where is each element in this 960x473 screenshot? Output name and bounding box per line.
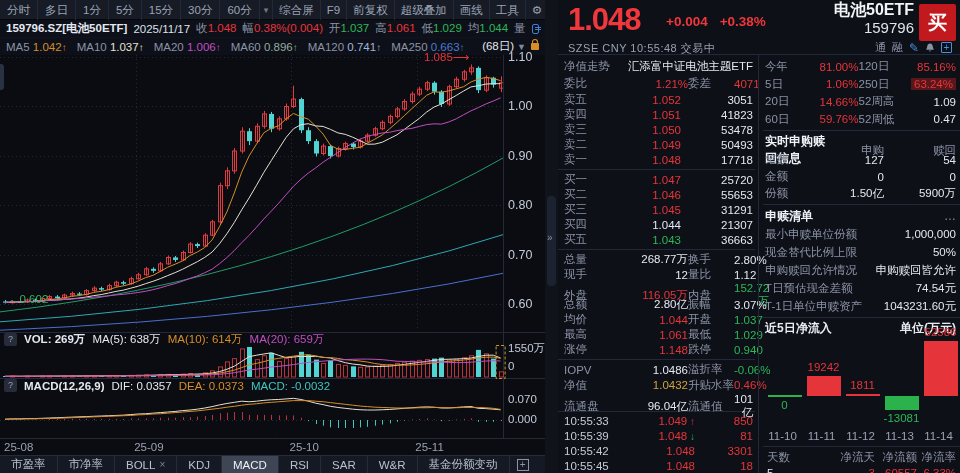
subscription-row: 份额1.50亿5900万: [763, 185, 960, 202]
arrow-left-icon: ←: [8, 293, 20, 305]
period-tab-1分[interactable]: 1分: [76, 0, 109, 20]
period-tab-多日[interactable]: 多日: [38, 0, 76, 20]
tick-row[interactable]: 10:55:391.048 ↓81: [558, 429, 755, 444]
range-label2: 120日: [859, 59, 911, 74]
unlock-icon[interactable]: [531, 43, 539, 50]
bid-label: 买四: [564, 217, 608, 232]
tick-row[interactable]: 10:55:421.0483301: [558, 444, 755, 459]
tab-市净率[interactable]: 市净率: [58, 456, 116, 473]
period-tab-5分[interactable]: 5分: [109, 0, 142, 20]
quote-info-bar: 159796.SZ[电池50ETF] 2025/11/17 收1.048 幅0.…: [0, 20, 545, 38]
ask-qty: 3051: [681, 94, 753, 106]
bid-qty: 36663: [681, 234, 753, 246]
bid-row[interactable]: 买四1.04421307: [558, 217, 755, 232]
tab-市盈率[interactable]: 市盈率: [0, 456, 58, 473]
add-watchlist-icon[interactable]: +: [941, 42, 952, 53]
candlestick-chart[interactable]: [0, 55, 545, 455]
ask-row[interactable]: 卖三1.05053478: [558, 122, 755, 137]
quote-panel: 1.048 +0.004+0.38% 电池50ETF 159796 买 SZSE…: [558, 0, 960, 473]
bid-row[interactable]: 买五1.04336663: [558, 232, 755, 247]
tool-综合屏[interactable]: 综合屏: [272, 0, 320, 20]
range-label: 5日: [765, 77, 813, 92]
stat-value: 268.77万: [608, 252, 688, 267]
edit-pencil-icon[interactable]: ✎: [909, 41, 919, 55]
help-question-icon[interactable]: ?: [4, 379, 17, 392]
price-change: +0.004+0.38%: [666, 14, 766, 29]
bid-row[interactable]: 买三1.04531291: [558, 202, 755, 217]
stat-row: 涨停1.148 跌停0.940: [558, 342, 755, 357]
flow-bar-label: 1811: [833, 379, 893, 391]
buy-button[interactable]: 买: [919, 4, 956, 41]
period-tab-30分[interactable]: 30分: [181, 0, 220, 20]
pcf-value: 1043231.60元: [884, 299, 956, 314]
ask-label: 卖四: [564, 107, 608, 122]
alert-bell-icon[interactable]: [925, 43, 935, 53]
panel-divider[interactable]: »: [545, 0, 558, 473]
ask-row[interactable]: 卖四1.05141823: [558, 107, 755, 122]
tab-SAR[interactable]: SAR: [321, 456, 368, 473]
pcf-label: 申购赎回允许情况: [765, 263, 857, 278]
price-tick-1.10: 1.10: [508, 50, 544, 64]
iopv-label2: 升贴水率: [688, 378, 734, 393]
ask-price: 1.049: [608, 139, 681, 151]
tick-row[interactable]: 10:55:451.04818: [558, 459, 755, 473]
add-indicator-button[interactable]: +: [510, 456, 536, 473]
tick-row[interactable]: 10:55:331.049 ↑850: [558, 414, 755, 429]
fund-info-column: 今年81.00%120日85.16%5日1.06%250日63.24%20日14…: [758, 55, 960, 473]
tick-time: 10:55:45: [564, 460, 626, 472]
news-note-icon[interactable]: [532, 24, 539, 34]
bid-row[interactable]: 买一1.04725720: [558, 172, 755, 187]
range-label: 今年: [765, 59, 813, 74]
bid-row[interactable]: 买二1.04655653: [558, 187, 755, 202]
period-dropdown-caret[interactable]: ▾: [260, 5, 273, 15]
close-field: 收1.048: [196, 21, 236, 36]
flow-summary-value: 6.33%: [917, 467, 956, 473]
tab-BOLL[interactable]: BOLL×: [115, 456, 177, 473]
pcf-more-icon[interactable]: …: [944, 209, 956, 223]
bid-price: 1.046: [608, 189, 681, 201]
range-label2: 52周低: [859, 112, 911, 127]
collapse-chevron-icon[interactable]: »: [547, 232, 553, 243]
period-tab-60分[interactable]: 60分: [220, 0, 259, 20]
period-tab-分时[interactable]: 分时: [0, 0, 38, 20]
indicator-tabs: 市盈率市净率BOLL×KDJMACDRSISARW&R基金份额变动+: [0, 455, 545, 473]
tab-KDJ[interactable]: KDJ: [177, 456, 222, 473]
tab-label: BOLL: [126, 459, 155, 471]
fund-name: 汇添富中证电池主题ETF: [628, 59, 753, 74]
trend-up-arrow-icon: ↑: [62, 42, 67, 53]
tab-RSI[interactable]: RSI: [279, 456, 321, 473]
tab-基金份额变动[interactable]: 基金份额变动: [418, 456, 510, 473]
time-tick-25-09: 25-09: [134, 441, 163, 453]
volume-pane-header: ? VOL: 269万 MA(5): 638万 MA(10): 614万 MA(…: [4, 332, 324, 347]
ma-label: MA10: [77, 41, 110, 53]
range-value2: 63.24%: [911, 78, 957, 90]
tool-F9[interactable]: F9: [320, 0, 346, 20]
bid-price: 1.044: [608, 219, 681, 231]
ask-row[interactable]: 卖一1.04817718: [558, 152, 755, 167]
range-value2-text: 85.16%: [917, 61, 956, 73]
tool-前复权[interactable]: 前复权: [346, 0, 394, 20]
stat-row: 总量268.77万 换手2.80%: [558, 252, 755, 267]
pcf-value: 50%: [933, 246, 956, 258]
tool-超级叠加[interactable]: 超级叠加: [394, 0, 453, 20]
security-identity: 电池50ETF 159796: [834, 1, 914, 37]
range-value2-text: 1.09: [934, 96, 956, 108]
subscription-v1: 127: [828, 154, 884, 166]
tool-工具[interactable]: 工具: [489, 0, 525, 20]
help-question-icon[interactable]: ?: [4, 333, 17, 346]
bid-qty: 25720: [681, 174, 753, 186]
macd-axis-max: 0.070: [508, 393, 537, 405]
tab-close-icon: ×: [159, 459, 165, 470]
tab-MACD[interactable]: MACD: [222, 456, 279, 473]
range-label2: 250日: [859, 77, 911, 92]
stat-value2: 1.12: [734, 269, 756, 281]
period-tab-15分[interactable]: 15分: [142, 0, 181, 20]
range-label2: 52周高: [859, 94, 911, 109]
macd-pane-header: ? MACD(12,26,9) DIF: 0.0357 DEA: 0.0373 …: [4, 379, 330, 392]
tick-price: 1.048: [626, 445, 695, 457]
tab-W&R[interactable]: W&R: [368, 456, 418, 473]
ask-row[interactable]: 卖五1.0523051: [558, 92, 755, 107]
ask-row[interactable]: 卖二1.04950493: [558, 137, 755, 152]
flow-summary-value: 60557: [875, 467, 917, 473]
tool-画线[interactable]: 画线: [453, 0, 489, 20]
